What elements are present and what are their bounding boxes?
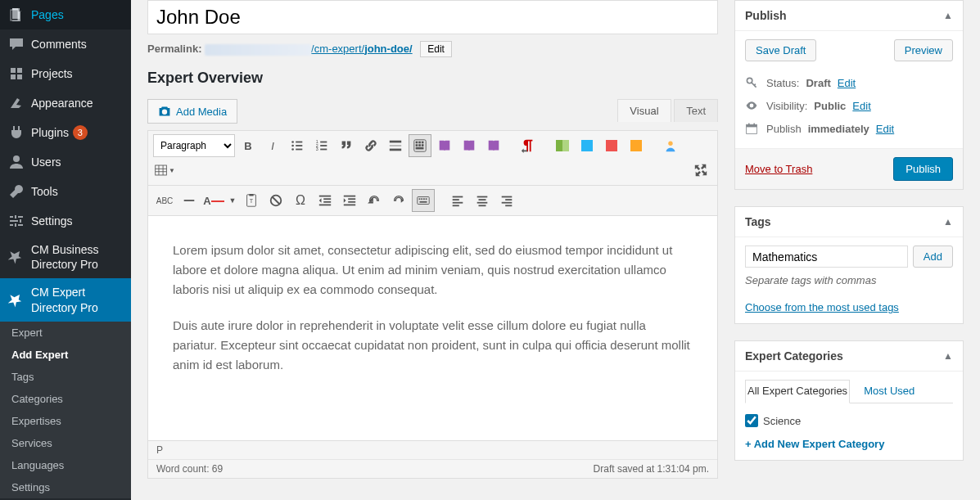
menu-item-comments[interactable]: Comments [0, 29, 131, 59]
menu-item-users[interactable]: Users [0, 147, 131, 177]
category-checkbox[interactable] [745, 414, 758, 427]
category-item-science[interactable]: Science [745, 412, 953, 430]
submenu-add-expert[interactable]: Add Expert [0, 344, 131, 366]
visibility-edit-link[interactable]: Edit [852, 100, 870, 112]
tab-text[interactable]: Text [674, 99, 718, 122]
add-media-label: Add Media [176, 106, 227, 118]
numbered-list-button[interactable]: 123 [310, 134, 333, 157]
menu-item-pages[interactable]: Pages [0, 0, 131, 29]
submenu-services[interactable]: Services [0, 432, 131, 454]
menu-item-appearance[interactable]: Appearance [0, 88, 131, 118]
book-icon-1[interactable] [433, 134, 456, 157]
blockquote-button[interactable] [335, 134, 358, 157]
link-button[interactable] [359, 134, 382, 157]
menu-item-settings[interactable]: Settings [0, 206, 131, 236]
add-new-category-link[interactable]: + Add New Expert Category [745, 438, 884, 450]
svg-rect-25 [390, 149, 401, 151]
pin-icon [8, 292, 25, 309]
add-media-button[interactable]: Add Media [147, 99, 237, 124]
outdent-button[interactable] [314, 189, 336, 212]
svg-rect-58 [426, 198, 427, 200]
settings-icon [8, 213, 25, 229]
svg-rect-8 [10, 224, 13, 226]
tags-metabox-head[interactable]: Tags ▲ [735, 207, 963, 237]
editor-body[interactable]: Lorem ipsum dolor sit amet, consectetur … [148, 216, 717, 440]
tags-title: Tags [745, 215, 771, 228]
insert-more-button[interactable] [384, 134, 407, 157]
svg-rect-23 [390, 141, 401, 143]
status-edit-link[interactable]: Edit [838, 77, 856, 89]
publish-metabox-head[interactable]: Publish ▲ [735, 1, 963, 31]
submenu-settings[interactable]: Settings [0, 476, 131, 498]
svg-rect-24 [390, 145, 401, 146]
tag-add-button[interactable]: Add [913, 245, 953, 268]
categories-title: Expert Categories [745, 349, 843, 363]
schedule-edit-link[interactable]: Edit [876, 123, 894, 135]
indent-button[interactable] [338, 189, 361, 212]
undo-button[interactable] [363, 189, 386, 212]
title-input[interactable] [147, 0, 718, 34]
publish-title: Publish [745, 9, 787, 22]
clear-formatting-button[interactable] [264, 189, 287, 212]
user-icon-button[interactable] [659, 134, 682, 157]
svg-text:T: T [250, 197, 254, 205]
format-select[interactable]: Paragraph [153, 134, 235, 157]
permalink-path[interactable]: /cm-expert/john-doe/ [311, 43, 413, 55]
categories-metabox: Expert Categories ▲ All Expert Categorie… [734, 340, 964, 461]
menu-label: CM Business Directory Pro [31, 242, 124, 272]
save-draft-button[interactable]: Save Draft [745, 39, 816, 61]
strikethrough-button[interactable]: ABC [153, 189, 176, 212]
permalink-edit-button[interactable]: Edit [420, 41, 452, 57]
special-char-button[interactable]: Ω [289, 189, 312, 212]
svg-point-11 [291, 141, 294, 143]
submenu-expertises[interactable]: Expertises [0, 410, 131, 432]
align-center-button[interactable] [471, 189, 494, 212]
color-orange-button[interactable] [625, 134, 648, 157]
publish-button[interactable]: Publish [893, 157, 953, 181]
submenu-categories[interactable]: Categories [0, 388, 131, 410]
menu-item-plugins[interactable]: Plugins 3 [0, 118, 131, 147]
comments-icon [8, 36, 25, 52]
tab-visual[interactable]: Visual [617, 99, 671, 122]
color-green-button[interactable] [551, 134, 574, 157]
fullscreen-button[interactable] [689, 159, 712, 182]
book-icon-2[interactable] [458, 134, 481, 157]
svg-rect-57 [423, 198, 425, 200]
categories-metabox-head[interactable]: Expert Categories ▲ [735, 341, 963, 372]
menu-item-projects[interactable]: Projects [0, 59, 131, 88]
keyboard-button[interactable] [412, 189, 435, 212]
menu-label: Settings [31, 214, 73, 228]
element-path[interactable]: P [148, 441, 717, 460]
italic-button[interactable]: I [261, 134, 284, 157]
book-icon-3[interactable] [482, 134, 505, 157]
move-to-trash-link[interactable]: Move to Trash [745, 163, 812, 175]
menu-item-cm-expert[interactable]: CM Expert Directory Pro [0, 278, 131, 321]
menu-item-tools[interactable]: Tools [0, 177, 131, 206]
rtl-button[interactable] [517, 134, 540, 157]
align-left-button[interactable] [446, 189, 469, 212]
text-color-button[interactable]: A [202, 189, 225, 212]
choose-used-tags-link[interactable]: Choose from the most used tags [745, 301, 899, 313]
align-right-button[interactable] [495, 189, 518, 212]
submenu-expert[interactable]: Expert [0, 322, 131, 344]
bullet-list-button[interactable] [286, 134, 309, 157]
svg-rect-5 [18, 216, 23, 218]
tag-input[interactable] [745, 245, 908, 268]
text-color-dropdown[interactable]: ▼ [227, 189, 238, 212]
hr-button[interactable] [178, 189, 201, 212]
redo-button[interactable] [387, 189, 410, 212]
preview-button[interactable]: Preview [894, 39, 953, 61]
svg-rect-33 [416, 147, 424, 150]
menu-item-cm-business[interactable]: CM Business Directory Pro [0, 236, 131, 278]
submenu-languages[interactable]: Languages [0, 454, 131, 476]
cat-tab-all[interactable]: All Expert Categories [745, 380, 850, 403]
color-red-button[interactable] [600, 134, 623, 157]
cat-tab-most-used[interactable]: Most Used [861, 380, 917, 403]
color-blue-button[interactable] [576, 134, 598, 157]
toolbar-toggle-button[interactable] [409, 134, 431, 157]
paste-text-button[interactable]: T [240, 189, 263, 212]
bold-button[interactable]: B [237, 134, 260, 157]
table-button[interactable]: ▼ [153, 159, 176, 182]
toolbar-row-2: ABC A ▼ T Ω [148, 186, 717, 216]
submenu-tags[interactable]: Tags [0, 366, 131, 388]
